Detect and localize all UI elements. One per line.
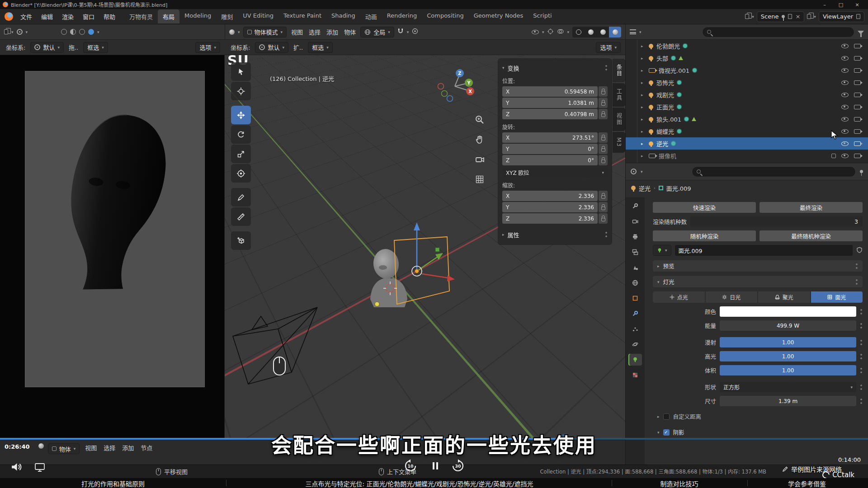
chevron-down-icon[interactable]: ▾ (752, 14, 754, 19)
menu-select[interactable]: 选择 (102, 443, 117, 452)
menu-edit[interactable]: 编辑 (37, 10, 57, 23)
scale-x-field[interactable]: X2.336 (502, 191, 598, 201)
render-camera-icon[interactable] (854, 117, 861, 122)
x-axis-ball[interactable]: X (468, 89, 472, 94)
location-y-field[interactable]: Y1.0381 m (502, 98, 598, 108)
render-camera-icon[interactable] (854, 105, 861, 109)
render-camera-icon[interactable] (854, 80, 861, 85)
render-camera-icon[interactable] (854, 56, 861, 61)
snap-active-icon[interactable] (88, 29, 94, 35)
chevron-down-icon[interactable]: ▾ (238, 30, 240, 34)
editor-type-icon[interactable] (4, 29, 8, 34)
expand-arrow-icon[interactable]: ▸ (641, 129, 646, 134)
chevron-down-icon[interactable]: ▾ (542, 30, 544, 34)
visibility-eye-icon[interactable] (841, 80, 849, 85)
editor-type-icon[interactable] (229, 29, 235, 35)
menu-object[interactable]: 物体 (343, 28, 357, 36)
add-cube-tool-button[interactable] (231, 231, 251, 250)
move-tool-button[interactable] (231, 106, 251, 124)
chapter-segment[interactable]: 学会参考借鉴 (750, 479, 863, 488)
workspace-tab[interactable]: 雕刻 (216, 9, 238, 23)
volume-button[interactable] (10, 461, 22, 473)
pause-button[interactable] (429, 459, 442, 473)
light-section-header[interactable]: ▾灯光 (653, 276, 863, 287)
mode-selector[interactable]: 物体模式 ▾ (243, 27, 287, 38)
expand-arrow-icon[interactable]: ▸ (641, 105, 646, 109)
chevron-down-icon[interactable]: ▾ (26, 30, 28, 34)
decorator-dots-icon[interactable] (860, 366, 863, 375)
rotation-x-field[interactable]: X273.51° (502, 132, 598, 143)
pivot-icon[interactable] (61, 29, 67, 35)
expand-arrow-icon[interactable]: ▸ (641, 44, 646, 48)
menu-select[interactable]: 选择 (307, 28, 322, 36)
workspace-tab[interactable]: Shading (326, 9, 360, 23)
image-editor[interactable] (0, 55, 225, 440)
outliner-row[interactable]: ▸狼头.001 (626, 113, 868, 125)
grid-toggle-icon[interactable] (473, 173, 486, 186)
expand-arrow-icon[interactable]: ▸ (641, 68, 646, 73)
tab-physics-icon[interactable] (628, 338, 642, 350)
workspace-tab[interactable]: 万物有灵 (124, 9, 158, 23)
proportional-icon[interactable] (79, 29, 85, 35)
scale-tool-button[interactable] (231, 145, 251, 163)
menu-add[interactable]: 添加 (121, 443, 135, 452)
display-channel-icon[interactable] (70, 29, 76, 35)
volume-slider[interactable]: 1.00 (720, 365, 856, 375)
pin-icon[interactable] (860, 170, 863, 173)
y-axis-ball[interactable]: Y (467, 80, 471, 85)
chevron-down-icon[interactable]: ▾ (97, 30, 99, 34)
decorator-dots-icon[interactable] (860, 338, 863, 347)
custom-distance-section-header[interactable]: ▸自定义距离 (653, 411, 863, 422)
location-x-field[interactable]: X0.59458 m (502, 86, 598, 97)
lock-icon[interactable] (599, 191, 608, 201)
menu-help[interactable]: 帮助 (99, 10, 120, 23)
menu-view[interactable]: 视图 (84, 443, 98, 452)
lock-icon[interactable] (599, 213, 608, 224)
diffuse-slider[interactable]: 1.00 (720, 337, 856, 347)
select-tool-button[interactable] (231, 62, 251, 81)
viewlayer-browse-icon[interactable] (807, 14, 811, 19)
visibility-eye-icon[interactable] (841, 154, 849, 158)
options-dropdown[interactable]: 选项 ▾ (596, 42, 621, 53)
axis-gizmo[interactable]: Z Y X (434, 65, 475, 106)
location-z-field[interactable]: Z0.40798 m (502, 109, 598, 119)
tab-scene-icon[interactable] (628, 262, 642, 273)
fake-user-shield-icon[interactable] (856, 247, 863, 254)
editor-type-icon[interactable] (631, 169, 637, 174)
orientation-dropdown[interactable]: 默认 ▾ (255, 42, 288, 53)
chevron-down-icon[interactable]: ▾ (639, 30, 642, 34)
size-field[interactable]: 1.39 m (720, 396, 856, 406)
shading-rendered-icon[interactable] (609, 27, 621, 38)
close-button[interactable]: × (849, 0, 865, 9)
chevron-down-icon[interactable]: ▾ (814, 14, 816, 19)
lock-icon[interactable] (599, 144, 608, 154)
lock-icon[interactable] (599, 155, 608, 165)
menu-add[interactable]: 添加 (325, 28, 340, 36)
tab-object-icon[interactable] (628, 292, 642, 304)
seed-value-field[interactable]: 3 (690, 216, 863, 227)
visibility-eye-icon[interactable] (841, 93, 849, 97)
editor-type-icon[interactable] (38, 443, 44, 449)
rotation-mode-dropdown[interactable]: XYZ 欧拉▾ (502, 167, 608, 178)
cursor-tool-button[interactable] (231, 82, 251, 100)
select-mode-dropdown[interactable]: 框选 ▾ (308, 42, 333, 53)
tab-item[interactable]: 条目 (613, 59, 625, 82)
scene-selector[interactable]: Scene × (757, 11, 805, 22)
workspace-tab[interactable]: UV Editing (238, 9, 278, 23)
final-seed-render-button[interactable]: 最终随机种渲染 (760, 230, 863, 241)
decorator-dots-icon[interactable] (860, 396, 863, 406)
outliner-search-input[interactable] (702, 27, 854, 38)
seed-render-button[interactable]: 随机种渲染 (653, 230, 756, 241)
shading-wireframe-icon[interactable] (572, 27, 585, 38)
render-camera-icon[interactable] (854, 141, 861, 146)
tab-world-icon[interactable] (628, 277, 642, 289)
render-camera-icon[interactable] (854, 154, 861, 158)
blender-menu-icon[interactable] (5, 12, 13, 21)
proportional-edit-icon[interactable] (412, 28, 418, 36)
shadow-section-header[interactable]: ▾✓阴影 (653, 427, 863, 438)
render-camera-icon[interactable] (854, 44, 861, 48)
render-camera-icon[interactable] (854, 93, 861, 97)
menu-view[interactable]: 视图 (290, 28, 304, 36)
select-mode-dropdown[interactable]: 框选 ▾ (83, 42, 108, 53)
tab-particles-icon[interactable] (628, 323, 642, 335)
